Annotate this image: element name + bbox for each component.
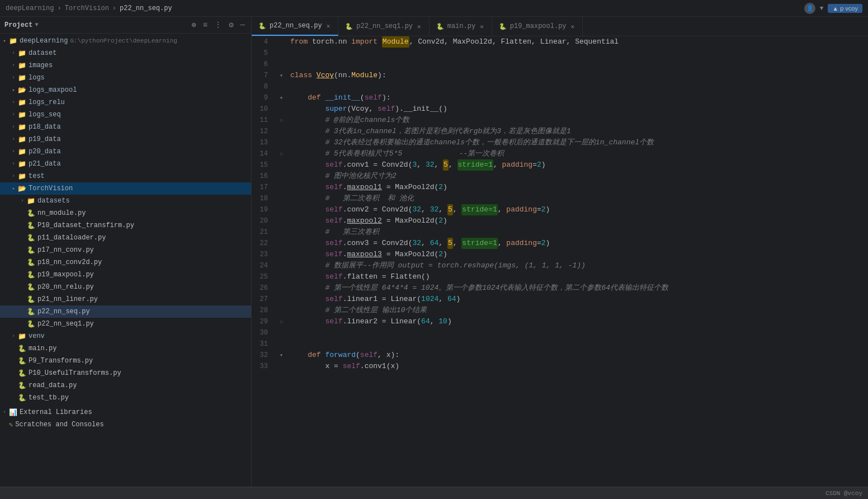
fold-6	[277, 59, 286, 70]
editor-area: 🐍 p22_nn_seq.py ✕ 🐍 p22_nn_seq1.py ✕ 🐍 m…	[252, 17, 868, 487]
tree-item-p10-transform[interactable]: › 🐍 P10_dataset_transfirm.py	[0, 219, 251, 232]
fold-7[interactable]: ▾	[277, 70, 286, 81]
fold-19	[277, 204, 286, 215]
tab-icon-main: 🐍	[436, 23, 444, 30]
vcs-button[interactable]: ▲ p vcoy	[828, 4, 862, 13]
sidebar-icons: ⊕ ≡ ⋮ ⚙ ─	[190, 20, 247, 30]
code-line-31	[290, 338, 864, 350]
tree-item-p11-dataloader[interactable]: › 🐍 p11_dataloader.py	[0, 232, 251, 244]
sidebar-icon-collapse[interactable]: ─	[239, 20, 247, 30]
fold-30	[277, 327, 286, 338]
tree-item-scratches[interactable]: › ✎ Scratches and Consoles	[0, 418, 251, 431]
tree-item-p18-conv2d[interactable]: › 🐍 p18_nn_conv2d.py	[0, 256, 251, 269]
ln-33: 33	[252, 361, 272, 372]
code-line-25: self.flatten = Flatten()	[290, 271, 864, 283]
tab-close-p19[interactable]: ✕	[570, 22, 576, 31]
tree-item-p20-relu[interactable]: › 🐍 p20_nn_relu.py	[0, 281, 251, 293]
tree-item-read-data[interactable]: › 🐍 read_data.py	[0, 379, 251, 392]
tree-item-deeplearning[interactable]: ▾ 📁 deepLearning G:\pythonProject\deepLe…	[0, 35, 251, 47]
fold-23	[277, 249, 286, 260]
ln-28: 28	[252, 305, 272, 316]
code-line-32: def forward(self, x):	[290, 350, 864, 361]
fold-15	[277, 159, 286, 171]
tree-item-logs-relu[interactable]: › 📁 logs_relu	[0, 96, 251, 109]
tab-main[interactable]: 🐍 main.py ✕	[430, 17, 492, 36]
tab-icon-p22-seq: 🐍	[258, 22, 266, 30]
tab-close-p22-seq1[interactable]: ✕	[416, 22, 422, 31]
status-csdn[interactable]: CSDN @vcoy	[825, 490, 862, 497]
tree-item-test-tb[interactable]: › 🐍 test_tb.py	[0, 392, 251, 404]
sidebar-icon-split[interactable]: ⋮	[213, 20, 224, 30]
tree-item-main[interactable]: › 🐍 main.py	[0, 342, 251, 355]
sidebar-icon-settings[interactable]: ⚙	[227, 20, 235, 30]
code-line-23: self.maxpool3 = MaxPool2d(2)	[290, 249, 864, 260]
tree-item-logs[interactable]: › 📁 logs	[0, 72, 251, 84]
tab-p22-seq1[interactable]: 🐍 p22_nn_seq1.py ✕	[338, 17, 429, 36]
tree-item-p19data[interactable]: › 📁 p19_data	[0, 133, 251, 145]
tab-bar: 🐍 p22_nn_seq.py ✕ 🐍 p22_nn_seq1.py ✕ 🐍 m…	[252, 17, 868, 36]
tree-item-torchvision[interactable]: ▾ 📂 TorchVision	[0, 182, 251, 195]
tree-item-p22-seq1[interactable]: › 🐍 p22_nn_seq1.py	[0, 318, 251, 330]
fold-29[interactable]: ◇	[277, 316, 286, 327]
tree-item-nn-module[interactable]: › 🐍 nn_module.py	[0, 207, 251, 219]
fold-8	[277, 81, 286, 92]
breadcrumb: deepLearning › TorchVision › p22_nn_seq.…	[6, 4, 172, 12]
ln-13: 13	[252, 137, 272, 148]
tree-item-p22-seq[interactable]: › 🐍 p22_nn_seq.py	[0, 305, 251, 318]
code-line-6	[290, 59, 864, 70]
tab-p22-seq[interactable]: 🐍 p22_nn_seq.py ✕	[252, 17, 338, 36]
code-content[interactable]: from torch.nn import Module, Conv2d, Max…	[286, 36, 868, 487]
sidebar-icon-list[interactable]: ≡	[201, 20, 209, 30]
tab-p19-maxpool[interactable]: 🐍 p19_maxpool.py ✕	[492, 17, 583, 36]
code-line-7: class Vcoy(nn.Module):	[290, 70, 864, 81]
ln-14: 14	[252, 148, 272, 159]
tree-item-p18data[interactable]: › 📁 p18_data	[0, 121, 251, 133]
fold-21	[277, 227, 286, 238]
sidebar-icon-add[interactable]: ⊕	[190, 20, 197, 30]
code-editor[interactable]: 4 5 6 7 8 9 10 11 12 13 14 15 16 17 18 1…	[252, 36, 868, 487]
fold-14[interactable]: ◇	[277, 148, 286, 159]
tree-item-p20data[interactable]: › 📁 p20_data	[0, 145, 251, 158]
code-line-9: def __init__(self):	[290, 92, 864, 103]
ln-16: 16	[252, 171, 272, 182]
tree-item-venv[interactable]: › 📁 venv	[0, 330, 251, 342]
breadcrumb-file[interactable]: p22_nn_seq.py	[120, 4, 172, 12]
tree-item-datasets[interactable]: › 📁 datasets	[0, 195, 251, 207]
code-line-28: # 第二个线性层 输出10个结果	[290, 305, 864, 316]
code-line-33: x = self.conv1(x)	[290, 361, 864, 372]
ln-7: 7	[252, 70, 272, 81]
fold-32[interactable]: ▾	[277, 350, 286, 361]
ln-11: 11	[252, 115, 272, 126]
status-bar: CSDN @vcoy	[0, 487, 868, 499]
code-line-15: self.conv1 = Conv2d(3, 32, 5, stride=1, …	[290, 159, 864, 171]
ln-15: 15	[252, 159, 272, 171]
tree-item-p10-useful[interactable]: › 🐍 P10_UsefulTransforms.py	[0, 367, 251, 379]
fold-24	[277, 260, 286, 271]
tree-item-logs-seq[interactable]: › 📁 logs_seq	[0, 109, 251, 121]
tab-close-main[interactable]: ✕	[479, 22, 485, 31]
fold-18	[277, 193, 286, 204]
tree-item-p21data[interactable]: › 📁 p21_data	[0, 158, 251, 170]
tree-item-images[interactable]: › 📁 images	[0, 59, 251, 72]
fold-9[interactable]: ▾	[277, 92, 286, 103]
tree-item-logs-maxpool[interactable]: ▾ 📂 logs_maxpool	[0, 84, 251, 96]
tree-item-dataset[interactable]: › 📁 dataset	[0, 47, 251, 59]
tree-item-p21-liner[interactable]: › 🐍 p21_nn_liner.py	[0, 293, 251, 305]
file-tree: ▾ 📁 deepLearning G:\pythonProject\deepLe…	[0, 34, 251, 487]
tab-label-p19: p19_maxpool.py	[510, 22, 567, 30]
user-avatar[interactable]: 👤	[804, 3, 815, 14]
fold-gutter: ▾ ▾ ◇ ◇	[277, 36, 286, 487]
tab-close-p22-seq[interactable]: ✕	[326, 22, 332, 30]
tree-item-p9-transforms[interactable]: › 🐍 P9_Transforms.py	[0, 355, 251, 367]
code-line-20: self.maxpool2 = MaxPool2d(2)	[290, 215, 864, 227]
fold-33	[277, 361, 286, 372]
code-line-24: # 数据展平--作用同 output = torch.reshape(imgs,…	[290, 260, 864, 271]
tree-item-p19-maxpool[interactable]: › 🐍 p19_maxpool.py	[0, 269, 251, 281]
breadcrumb-deeplearning[interactable]: deepLearning	[6, 4, 54, 12]
tree-item-test[interactable]: › 📁 test	[0, 170, 251, 182]
code-line-18: # 第二次卷积 和 池化	[290, 193, 864, 204]
breadcrumb-torchvision[interactable]: TorchVision	[65, 4, 109, 12]
tree-item-p17-conv[interactable]: › 🐍 p17_nn_conv.py	[0, 244, 251, 256]
tree-item-ext-libs[interactable]: › 📊 External Libraries	[0, 406, 251, 418]
fold-11[interactable]: ◇	[277, 115, 286, 126]
